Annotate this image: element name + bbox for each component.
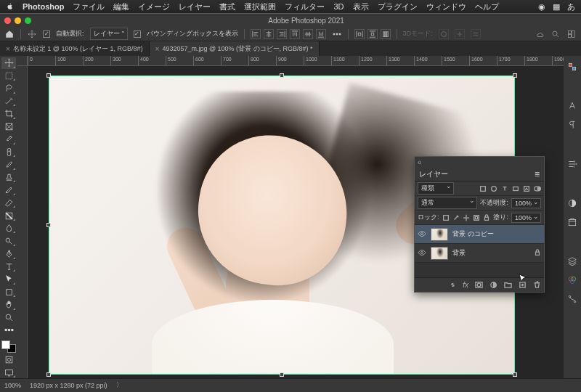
marquee-tool[interactable]	[1, 70, 16, 82]
transform-handle[interactable]	[280, 372, 284, 377]
cc-icon[interactable]: ▦	[553, 2, 560, 12]
channels-panel-icon[interactable]	[566, 274, 579, 287]
layer-row[interactable]: 背景	[415, 244, 544, 263]
history-brush-tool[interactable]	[1, 184, 16, 196]
align-more-icon[interactable]	[332, 29, 342, 39]
group-icon[interactable]	[503, 281, 512, 290]
vertical-ruler[interactable]	[17, 66, 28, 378]
align-hcenter-icon[interactable]	[264, 29, 274, 39]
color-panel-icon[interactable]	[566, 60, 579, 73]
filter-type-icon[interactable]	[501, 185, 508, 192]
app-name[interactable]: Photoshop	[23, 2, 64, 11]
lock-all-icon[interactable]	[483, 214, 490, 221]
menu-image[interactable]: イメージ	[138, 1, 170, 12]
filter-toggle-icon[interactable]	[534, 185, 541, 192]
layer-thumbnail[interactable]	[431, 247, 448, 260]
layer-thumbnail[interactable]	[431, 228, 448, 241]
ruler-origin[interactable]	[17, 56, 28, 66]
filter-adjust-icon[interactable]	[490, 185, 497, 192]
status-chevron-icon[interactable]: 〉	[116, 380, 123, 390]
adjustments-panel-icon[interactable]	[566, 197, 579, 210]
transform-handle[interactable]	[46, 223, 51, 227]
pen-tool[interactable]	[1, 248, 16, 260]
doc-dimensions[interactable]: 1920 px x 1280 px (72 ppi)	[30, 382, 107, 389]
lock-pixels-icon[interactable]	[442, 214, 450, 221]
filter-smart-icon[interactable]	[523, 185, 530, 192]
close-tab-icon[interactable]: ×	[155, 45, 160, 53]
eraser-tool[interactable]	[1, 197, 16, 209]
search-icon[interactable]	[550, 29, 561, 39]
align-bottom-icon[interactable]	[316, 29, 326, 39]
menu-file[interactable]: ファイル	[73, 1, 105, 12]
lock-brush-icon[interactable]	[452, 214, 460, 221]
path-select-tool[interactable]	[1, 274, 16, 285]
maximize-window-button[interactable]	[25, 17, 31, 24]
lock-position-icon[interactable]	[463, 214, 470, 221]
dist-h-icon[interactable]	[354, 29, 365, 39]
shape-tool[interactable]	[1, 287, 16, 298]
document-tab[interactable]: ×4932057_m.jpg @ 100% (背景 のコピー, RGB/8#) …	[150, 41, 320, 56]
delete-layer-icon[interactable]	[532, 281, 541, 290]
edit-toolbar-icon[interactable]	[1, 324, 16, 336]
lock-artboard-icon[interactable]	[473, 214, 480, 221]
auto-select-target-dropdown[interactable]: レイヤー	[90, 28, 128, 40]
panel-menu-icon[interactable]: ≡	[535, 169, 540, 179]
crop-tool[interactable]	[1, 108, 16, 120]
hand-tool[interactable]	[1, 299, 16, 311]
menu-view[interactable]: 表示	[353, 1, 369, 12]
quickmask-icon[interactable]	[1, 354, 16, 366]
screenmode-icon[interactable]	[1, 367, 16, 378]
cloud-icon[interactable]	[535, 29, 545, 39]
menu-plugins[interactable]: プラグイン	[378, 1, 418, 12]
libraries-panel-icon[interactable]	[566, 216, 579, 229]
panel-header[interactable]: «	[415, 157, 544, 167]
transform-handle[interactable]	[280, 73, 284, 78]
paths-panel-icon[interactable]	[566, 293, 579, 306]
foreground-swatch[interactable]	[1, 340, 10, 349]
stamp-tool[interactable]	[1, 172, 16, 184]
workspace-icon[interactable]	[566, 29, 577, 39]
layers-panel-icon[interactable]	[566, 255, 579, 268]
visibility-toggle[interactable]	[418, 248, 426, 258]
close-tab-icon[interactable]: ×	[6, 45, 10, 53]
window-titlebar[interactable]: Adobe Photoshop 2021	[0, 14, 581, 27]
layer-row[interactable]: 背景 のコピー	[415, 225, 544, 244]
character-panel-icon[interactable]	[566, 99, 579, 113]
opacity-value[interactable]: 100%	[511, 198, 541, 208]
close-window-button[interactable]	[4, 17, 11, 24]
menu-filter[interactable]: フィルター	[285, 1, 325, 12]
dist-3-icon[interactable]	[381, 29, 391, 39]
document-tab[interactable]: ×名称未設定 1 @ 100% (レイヤー 1, RGB/8#)	[0, 41, 150, 56]
transform-handle[interactable]	[46, 372, 51, 377]
color-swatches[interactable]	[1, 340, 16, 353]
align-right-icon[interactable]	[277, 29, 287, 39]
mask-icon[interactable]	[474, 281, 483, 290]
input-icon[interactable]: あ	[567, 1, 575, 12]
link-layers-icon[interactable]	[448, 281, 457, 290]
wand-tool[interactable]	[1, 96, 16, 107]
align-vcenter-icon[interactable]	[303, 29, 313, 39]
menu-help[interactable]: ヘルプ	[475, 1, 499, 12]
visibility-toggle[interactable]	[418, 229, 426, 240]
zoom-tool[interactable]	[1, 312, 16, 324]
paragraph-panel-icon[interactable]	[566, 118, 579, 131]
filter-shape-icon[interactable]	[512, 185, 519, 192]
layer-name[interactable]: 背景	[452, 248, 466, 258]
minimize-window-button[interactable]	[15, 17, 21, 24]
fill-value[interactable]: 100%	[511, 213, 541, 223]
filter-pixel-icon[interactable]	[479, 185, 487, 192]
zoom-level[interactable]: 100%	[4, 382, 21, 389]
align-top-icon[interactable]	[290, 29, 300, 39]
properties-panel-icon[interactable]	[566, 158, 579, 171]
layer-kind-filter[interactable]: 種類	[418, 182, 454, 195]
brush-tool[interactable]	[1, 159, 16, 171]
fx-icon[interactable]: fx	[463, 281, 468, 289]
menu-select[interactable]: 選択範囲	[244, 1, 276, 12]
horizontal-ruler[interactable]: 0100200300400500600700800900100011001200…	[28, 56, 564, 66]
lock-icon[interactable]	[534, 249, 541, 258]
lasso-tool[interactable]	[1, 83, 16, 94]
apple-icon[interactable]	[6, 2, 14, 12]
transform-handle[interactable]	[513, 372, 517, 377]
home-icon[interactable]	[4, 29, 15, 39]
blur-tool[interactable]	[1, 223, 16, 234]
